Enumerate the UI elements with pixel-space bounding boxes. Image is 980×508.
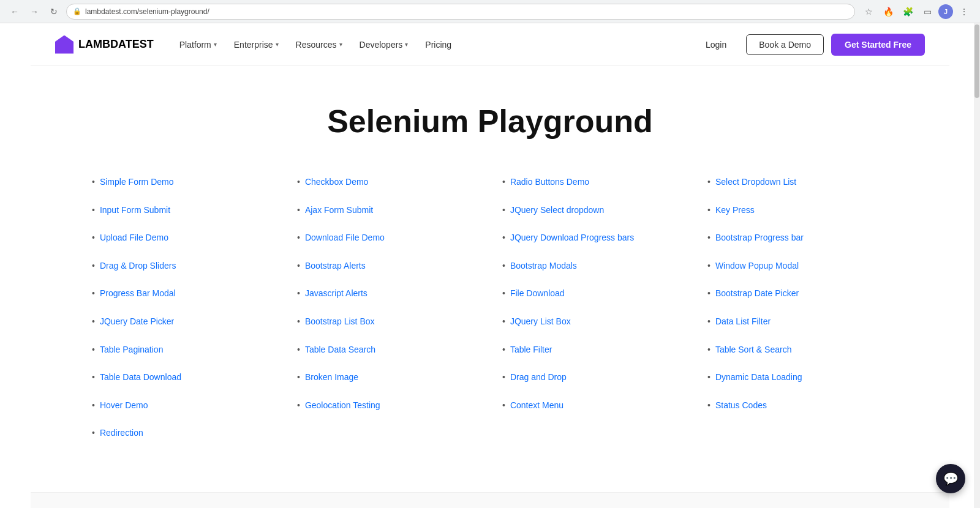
bullet-icon: • xyxy=(707,316,710,326)
bullet-icon: • xyxy=(92,372,95,382)
bullet-icon: • xyxy=(92,316,95,326)
bullet-icon: • xyxy=(297,233,300,242)
extension-icon[interactable]: 🔥 xyxy=(880,3,897,20)
list-item: • JQuery Select dropdown xyxy=(502,204,683,217)
playground-link[interactable]: Table Filter xyxy=(510,344,552,356)
logo-icon xyxy=(55,35,74,54)
forward-button[interactable]: → xyxy=(27,4,42,19)
playground-link[interactable]: JQuery List Box xyxy=(510,316,571,328)
nav-enterprise[interactable]: Enterprise ▾ xyxy=(227,35,286,54)
list-item: • Geolocation Testing xyxy=(297,400,478,412)
playground-link[interactable]: Drag & Drop Sliders xyxy=(100,260,176,272)
scrollbar-track[interactable] xyxy=(974,23,980,508)
playground-link[interactable]: Simple Form Demo xyxy=(100,176,174,189)
list-item: • Bootstrap Alerts xyxy=(297,260,478,272)
puzzle-icon[interactable]: 🧩 xyxy=(899,3,916,20)
playground-link[interactable]: JQuery Download Progress bars xyxy=(510,232,634,244)
bullet-icon: • xyxy=(92,177,95,187)
logo[interactable]: LAMBDATEST xyxy=(55,35,154,54)
list-item: • Broken Image xyxy=(297,372,478,384)
playground-link[interactable]: Data List Filter xyxy=(715,316,771,328)
list-item: • Table Pagination xyxy=(92,344,273,356)
list-item: • Simple Form Demo xyxy=(92,176,273,189)
list-item: • Data List Filter xyxy=(707,316,888,328)
nav-resources[interactable]: Resources ▾ xyxy=(288,35,350,54)
nav-platform[interactable]: Platform ▾ xyxy=(172,35,224,54)
playground-link[interactable]: Hover Demo xyxy=(100,400,148,412)
playground-link[interactable]: Bootstrap List Box xyxy=(305,316,375,328)
address-bar[interactable]: 🔒 lambdatest.com/selenium-playground/ xyxy=(66,4,855,20)
bullet-icon: • xyxy=(707,372,710,382)
back-button[interactable]: ← xyxy=(7,4,22,19)
list-item: • Javascript Alerts xyxy=(297,288,478,300)
nav-right: Login Book a Demo Get Started Free xyxy=(693,34,925,56)
bullet-icon: • xyxy=(707,233,710,242)
playground-link[interactable]: Status Codes xyxy=(715,400,767,412)
list-item: • Select Dropdown List xyxy=(707,176,888,189)
book-demo-button[interactable]: Book a Demo xyxy=(746,34,824,55)
playground-link[interactable]: Context Menu xyxy=(510,400,564,412)
chevron-down-icon: ▾ xyxy=(276,41,279,48)
chat-button[interactable]: 💬 xyxy=(936,464,965,493)
playground-link[interactable]: Key Press xyxy=(715,204,755,217)
get-started-button[interactable]: Get Started Free xyxy=(831,34,925,56)
list-item: • Progress Bar Modal xyxy=(92,288,273,300)
list-item: • Bootstrap List Box xyxy=(297,316,478,328)
bookmark-icon[interactable]: ☆ xyxy=(860,3,877,20)
list-item: • Status Codes xyxy=(707,400,888,412)
playground-link[interactable]: Geolocation Testing xyxy=(305,400,380,412)
playground-link[interactable]: Input Form Submit xyxy=(100,204,170,217)
list-item: • Window Popup Modal xyxy=(707,260,888,272)
bullet-icon: • xyxy=(707,205,710,215)
list-item: • Table Filter xyxy=(502,344,683,356)
list-item: • Drag & Drop Sliders xyxy=(92,260,273,272)
playground-link[interactable]: Bootstrap Progress bar xyxy=(715,232,804,244)
more-options-icon[interactable]: ⋮ xyxy=(956,3,973,20)
playground-link[interactable]: JQuery Date Picker xyxy=(100,316,174,328)
playground-link[interactable]: Bootstrap Modals xyxy=(510,260,577,272)
playground-link[interactable]: Download File Demo xyxy=(305,232,385,244)
list-item: • Redirection xyxy=(92,427,273,439)
playground-link[interactable]: Progress Bar Modal xyxy=(100,288,176,300)
playground-link[interactable]: Checkbox Demo xyxy=(305,176,369,189)
bullet-icon: • xyxy=(502,205,505,215)
playground-link[interactable]: File Download xyxy=(510,288,565,300)
playground-link[interactable]: Dynamic Data Loading xyxy=(715,372,802,384)
playground-link[interactable]: Drag and Drop xyxy=(510,372,567,384)
chevron-down-icon: ▾ xyxy=(405,41,408,48)
playground-link[interactable]: Bootstrap Date Picker xyxy=(715,288,799,300)
playground-link[interactable]: Upload File Demo xyxy=(100,232,168,244)
list-item: • Dynamic Data Loading xyxy=(707,372,888,384)
bullet-icon: • xyxy=(502,372,505,382)
chevron-down-icon: ▾ xyxy=(214,41,217,48)
playground-link[interactable]: Window Popup Modal xyxy=(715,260,799,272)
nav-pricing[interactable]: Pricing xyxy=(418,35,459,54)
playground-link[interactable]: Broken Image xyxy=(305,372,358,384)
playground-link[interactable]: Bootstrap Alerts xyxy=(305,260,366,272)
list-item: • JQuery Download Progress bars xyxy=(502,232,683,244)
playground-link[interactable]: Table Data Search xyxy=(305,344,375,356)
playground-links: • Simple Form Demo• Input Form Submit• U… xyxy=(31,164,949,492)
playground-link[interactable]: Radio Buttons Demo xyxy=(510,176,589,189)
profile-avatar[interactable]: J xyxy=(938,4,953,19)
playground-link[interactable]: Table Pagination xyxy=(100,344,164,356)
bullet-icon: • xyxy=(297,288,300,298)
scrollbar-thumb[interactable] xyxy=(974,24,979,98)
playground-link[interactable]: Table Sort & Search xyxy=(715,344,792,356)
playground-link[interactable]: Table Data Download xyxy=(100,372,181,384)
login-button[interactable]: Login xyxy=(693,35,739,54)
browser-chrome: ← → ↻ 🔒 lambdatest.com/selenium-playgrou… xyxy=(0,0,980,23)
playground-link[interactable]: JQuery Select dropdown xyxy=(510,204,604,217)
list-item: • Bootstrap Modals xyxy=(502,260,683,272)
bullet-icon: • xyxy=(707,345,710,354)
playground-link[interactable]: Ajax Form Submit xyxy=(305,204,373,217)
refresh-button[interactable]: ↻ xyxy=(47,4,61,19)
bullet-icon: • xyxy=(92,205,95,215)
bullet-icon: • xyxy=(297,316,300,326)
nav-developers[interactable]: Developers ▾ xyxy=(352,35,416,54)
playground-link[interactable]: Redirection xyxy=(100,427,143,439)
playground-link[interactable]: Javascript Alerts xyxy=(305,288,368,300)
window-icon[interactable]: ▭ xyxy=(919,3,936,20)
playground-link[interactable]: Select Dropdown List xyxy=(715,176,796,189)
bullet-icon: • xyxy=(297,177,300,187)
